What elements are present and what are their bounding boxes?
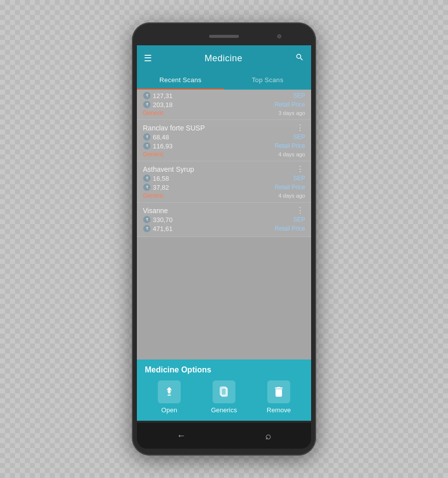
- price-sep-value: 16,58: [153, 175, 169, 182]
- app-title: Medicine: [205, 53, 242, 64]
- partial-item: ₹ 127,31 SEP ₹ 203,18 Retail Price Gener…: [137, 90, 311, 120]
- search-icon[interactable]: [295, 53, 304, 64]
- search-nav-button[interactable]: ⌕: [265, 430, 271, 442]
- tab-recent-scans[interactable]: Recent Scans: [137, 71, 224, 90]
- sep-label: SEP: [293, 133, 305, 140]
- coin-icon-sep: ₹: [143, 174, 151, 182]
- partial-price-row-1: ₹ 127,31 SEP: [143, 92, 305, 100]
- coin-icon-retail: ₹: [143, 225, 151, 233]
- price-sep-value: 330,70: [153, 216, 173, 224]
- list-item: Ranclav forte SUSP ⋮ ₹ 68,48 SEP ₹ 116,9…: [137, 120, 311, 161]
- item-footer: Generic 4 days ago: [143, 151, 305, 158]
- phone-screen: ☰ Medicine Recent Scans Top Scans ₹: [137, 45, 311, 421]
- price-row-sep: ₹ 16,58 SEP: [143, 174, 305, 182]
- open-button[interactable]: Open: [152, 380, 187, 414]
- remove-icon: [267, 380, 290, 403]
- generic-label: Generic: [143, 192, 164, 199]
- price-row-sep: ₹ 330,70 SEP: [143, 216, 305, 224]
- svg-rect-1: [222, 388, 227, 396]
- open-label: Open: [161, 406, 177, 414]
- header-icons: [295, 53, 304, 64]
- remove-button[interactable]: Remove: [261, 380, 296, 414]
- tab-top-scans[interactable]: Top Scans: [224, 71, 311, 90]
- partial-price-2: 203,18: [153, 101, 173, 109]
- back-button[interactable]: ←: [177, 431, 186, 441]
- phone-speaker: [209, 35, 239, 38]
- hamburger-icon[interactable]: ☰: [144, 53, 152, 64]
- coin-icon: ₹: [143, 92, 151, 100]
- tabs-bar: Recent Scans Top Scans: [137, 71, 311, 90]
- generic-label: Generic: [143, 151, 164, 158]
- generics-button[interactable]: Generics: [207, 380, 241, 414]
- partial-label-1: SEP: [293, 92, 305, 99]
- price-row-retail: ₹ 471,61 Retail Price: [143, 225, 305, 233]
- retail-label: Retail Price: [275, 142, 305, 149]
- partial-price-row-2: ₹ 203,18 Retail Price: [143, 101, 305, 109]
- more-options-icon[interactable]: ⋮: [295, 207, 305, 215]
- sep-label: SEP: [293, 175, 305, 182]
- retail-label: Retail Price: [275, 225, 305, 232]
- coin-icon-sep: ₹: [143, 216, 151, 224]
- generics-label: Generics: [211, 406, 237, 414]
- list-item: Asthavent Syrup ⋮ ₹ 16,58 SEP ₹ 37,82 Re…: [137, 161, 311, 203]
- partial-generic: Generic: [143, 110, 164, 117]
- more-options-icon[interactable]: ⋮: [295, 124, 305, 132]
- med-name: Asthavent Syrup: [143, 165, 194, 173]
- price-row-retail: ₹ 116,93 Retail Price: [143, 142, 305, 150]
- generics-icon: [213, 380, 235, 403]
- med-name: Visanne: [143, 207, 168, 215]
- phone-camera: [277, 34, 281, 38]
- price-row-retail: ₹ 37,82 Retail Price: [143, 183, 305, 191]
- price-retail-value: 116,93: [153, 142, 173, 150]
- price-row-sep: ₹ 68,48 SEP: [143, 133, 305, 141]
- partial-time: 3 days ago: [278, 110, 305, 116]
- item-header: Visanne ⋮: [143, 207, 305, 215]
- remove-label: Remove: [267, 406, 291, 414]
- partial-label-2: Retail Price: [275, 101, 305, 108]
- app-header: ☰ Medicine: [137, 45, 311, 71]
- partial-price-1: 127,31: [153, 92, 173, 100]
- options-buttons: Open Generics: [137, 378, 311, 421]
- phone-shell: ☰ Medicine Recent Scans Top Scans ₹: [132, 22, 316, 456]
- list-item: Visanne ⋮ ₹ 330,70 SEP ₹ 471,61 Retail P…: [137, 203, 311, 237]
- item-header: Asthavent Syrup ⋮: [143, 165, 305, 173]
- retail-label: Retail Price: [275, 184, 305, 191]
- open-icon: [158, 380, 181, 403]
- medicine-options-panel: Medicine Options Open: [137, 359, 311, 421]
- coin-icon-sep: ₹: [143, 133, 151, 141]
- scroll-content: ₹ 127,31 SEP ₹ 203,18 Retail Price Gener…: [137, 90, 311, 359]
- coin-icon-retail: ₹: [143, 142, 151, 150]
- medicine-options-title: Medicine Options: [137, 359, 311, 378]
- coin-icon-2: ₹: [143, 101, 151, 109]
- price-retail-value: 471,61: [153, 225, 173, 233]
- time-label: 4 days ago: [278, 151, 305, 157]
- partial-footer: Generic 3 days ago: [143, 110, 305, 117]
- sep-label: SEP: [293, 216, 305, 223]
- phone-top-bar: [137, 29, 311, 43]
- more-options-icon[interactable]: ⋮: [295, 165, 305, 173]
- phone-bottom-bar: ← ⌕: [137, 423, 311, 449]
- price-sep-value: 68,48: [153, 133, 169, 141]
- price-retail-value: 37,82: [153, 184, 169, 191]
- item-footer: Generic 4 days ago: [143, 192, 305, 199]
- coin-icon-retail: ₹: [143, 183, 151, 191]
- item-header: Ranclav forte SUSP ⋮: [143, 124, 305, 132]
- time-label: 4 days ago: [278, 193, 305, 199]
- med-name: Ranclav forte SUSP: [143, 124, 205, 132]
